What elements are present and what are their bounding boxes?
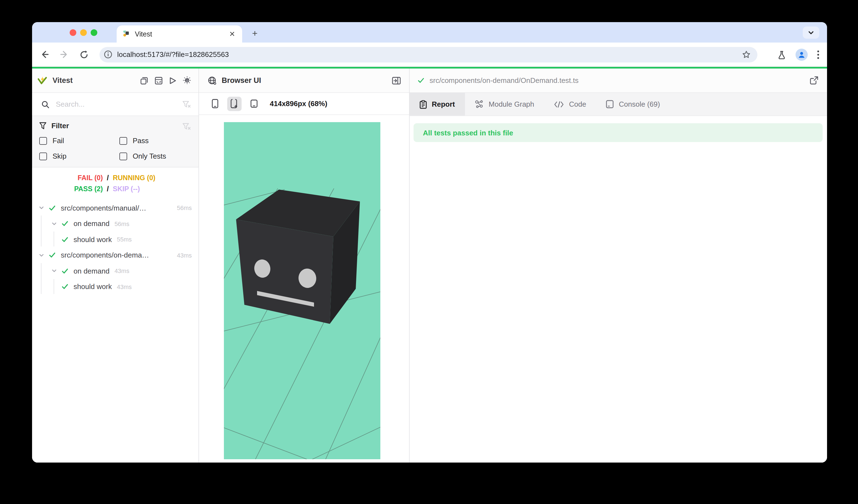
running-count: RUNNING (0) — [113, 173, 155, 183]
checkbox-icon[interactable] — [120, 137, 127, 145]
test-tree: src/components/manual/… 56ms on demand 5… — [32, 199, 198, 295]
tab-search-chevron-icon[interactable] — [803, 27, 819, 39]
tests-passed-banner: All tests passed in this file — [414, 123, 823, 142]
detail-panel: src/components/on-demand/OnDemand.test.t… — [410, 68, 827, 462]
viewport-resolution[interactable]: 414x896px (68%) — [270, 99, 327, 108]
external-link-icon[interactable] — [810, 76, 818, 84]
dashboard-icon[interactable] — [155, 76, 162, 84]
forward-icon[interactable] — [58, 48, 71, 61]
theme-sun-icon[interactable] — [183, 76, 191, 84]
check-icon — [417, 77, 425, 84]
checkbox-icon[interactable] — [120, 152, 127, 160]
site-info-icon[interactable] — [104, 50, 112, 59]
clear-filters-icon[interactable] — [182, 123, 191, 130]
device-phone-plus-icon[interactable] — [227, 96, 242, 111]
device-tablet-icon[interactable] — [247, 96, 261, 111]
profile-avatar[interactable] — [796, 49, 808, 61]
filter-checkbox-pass[interactable]: Pass — [120, 136, 191, 145]
tree-file-row[interactable]: src/components/manual/… 56ms — [32, 200, 198, 216]
code-icon — [554, 101, 564, 108]
pass-check-icon — [61, 236, 68, 243]
tab-code[interactable]: Code — [544, 93, 596, 115]
run-all-icon[interactable] — [169, 76, 176, 84]
tab-report[interactable]: Report — [410, 93, 465, 115]
reload-icon[interactable] — [77, 48, 91, 61]
console-icon — [606, 100, 614, 108]
tab-module-graph[interactable]: Module Graph — [465, 93, 544, 115]
module-graph-icon — [475, 100, 484, 108]
browser-toolbar: localhost:5173/#/?file=1828625563 — [32, 43, 827, 67]
sidebar-header: Vitest — [32, 68, 198, 93]
filter-checkbox-skip[interactable]: Skip — [39, 152, 120, 160]
search-input[interactable] — [55, 99, 168, 109]
cube-front-face — [236, 219, 333, 324]
fail-count: FAIL (0) — [32, 173, 103, 183]
test-summary: FAIL (0) / RUNNING (0) PASS (2) / SKIP (… — [32, 167, 198, 199]
bookmark-star-icon[interactable] — [742, 50, 751, 59]
tab-close-icon[interactable]: ✕ — [228, 30, 237, 38]
url-text[interactable]: localhost:5173/#/?file=1828625563 — [117, 50, 229, 59]
new-tab-button[interactable]: + — [249, 28, 261, 40]
minimize-window-button[interactable] — [80, 29, 87, 36]
threejs-scene — [224, 122, 380, 459]
pass-count: PASS (2) — [32, 183, 103, 195]
pass-check-icon — [49, 252, 56, 259]
tab-title: Vitest — [135, 30, 228, 38]
zoom-window-button[interactable] — [91, 29, 97, 36]
dock-right-icon[interactable] — [392, 77, 401, 84]
filter-title: Filter — [51, 121, 69, 130]
search-row — [32, 93, 198, 116]
chevron-down-icon[interactable] — [51, 221, 57, 227]
tab-console[interactable]: Console (69) — [596, 93, 670, 115]
filter-checkbox-fail[interactable]: Fail — [39, 136, 120, 145]
pass-check-icon — [61, 283, 68, 290]
tree-file-row-selected[interactable]: src/components/on-dema… 43ms — [32, 247, 198, 263]
vitest-ui: Vitest — [32, 68, 827, 462]
detail-header: src/components/on-demand/OnDemand.test.t… — [410, 68, 827, 93]
pass-check-icon — [49, 205, 56, 212]
preview-title: Browser UI — [222, 76, 261, 84]
vitest-progress-bar — [32, 67, 827, 68]
globe-icon — [208, 76, 217, 85]
experiments-flask-icon[interactable] — [777, 50, 786, 60]
pass-check-icon — [61, 220, 68, 227]
tree-suite-row[interactable]: on demand 56ms — [32, 216, 198, 231]
browser-window: Vitest ✕ + localhost:5173/# — [32, 22, 827, 462]
browser-preview-panel: Browser UI 414x896px (68%) — [199, 68, 410, 462]
current-file-path: src/components/on-demand/OnDemand.test.t… — [430, 76, 578, 84]
browser-menu-icon[interactable] — [817, 50, 819, 59]
report-clipboard-icon — [419, 100, 427, 109]
test-viewport[interactable] — [224, 122, 380, 459]
tree-test-row[interactable]: should work 43ms — [32, 279, 198, 295]
search-icon — [42, 100, 49, 108]
chevron-down-icon[interactable] — [51, 268, 57, 274]
window-controls[interactable] — [70, 29, 97, 36]
back-icon[interactable] — [37, 48, 51, 61]
pass-check-icon — [61, 267, 68, 275]
sidebar: Vitest — [32, 68, 199, 462]
sidebar-title: Vitest — [52, 76, 73, 84]
clear-search-filter-icon[interactable] — [182, 100, 191, 108]
detail-tabs: Report Module Graph Code — [410, 93, 827, 116]
vitest-logo-icon — [37, 76, 47, 85]
vitest-favicon-icon — [122, 30, 130, 38]
chevron-down-icon[interactable] — [39, 253, 44, 258]
filter-checkbox-only-tests[interactable]: Only Tests — [120, 152, 191, 160]
chevron-down-icon[interactable] — [39, 205, 44, 211]
device-toolbar: 414x896px (68%) — [199, 93, 409, 115]
device-phone-icon[interactable] — [208, 96, 222, 111]
tab-strip: Vitest ✕ + — [32, 22, 827, 43]
close-window-button[interactable] — [70, 29, 76, 36]
tree-test-row[interactable]: should work 55ms — [32, 231, 198, 247]
checkbox-icon[interactable] — [39, 152, 47, 160]
filter-panel: Filter Fail Pass Skip Only Tests — [32, 116, 198, 167]
checkbox-icon[interactable] — [39, 137, 47, 145]
preview-header: Browser UI — [199, 68, 409, 93]
funnel-icon — [39, 122, 46, 129]
browser-tab[interactable]: Vitest ✕ — [117, 26, 242, 43]
skip-count: SKIP (--) — [113, 183, 140, 195]
windows-icon[interactable] — [140, 76, 148, 84]
url-bar[interactable]: localhost:5173/#/?file=1828625563 — [99, 47, 757, 62]
tree-suite-row[interactable]: on demand 43ms — [32, 263, 198, 279]
